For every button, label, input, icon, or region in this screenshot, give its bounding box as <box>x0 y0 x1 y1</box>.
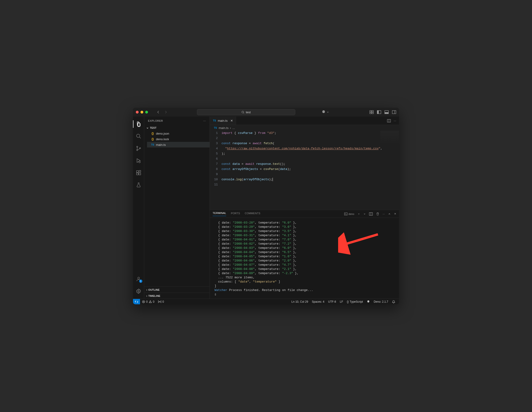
activity-explorer[interactable] <box>133 118 144 130</box>
code-line <box>221 156 399 161</box>
svg-rect-19 <box>139 170 141 172</box>
ts-icon: TS <box>214 126 217 130</box>
search-text: test <box>246 111 251 114</box>
close-tab-icon[interactable]: ✕ <box>230 119 233 122</box>
code-area[interactable]: import { csvParse } from "d3"; const res… <box>221 131 399 210</box>
panel-tab-terminal[interactable]: TERMINAL <box>213 212 226 216</box>
status-problems[interactable]: 0 0 <box>140 299 156 304</box>
code-line: const response = await fetch( <box>221 141 399 146</box>
nav-back-icon[interactable] <box>156 110 160 114</box>
layout-customize-icon[interactable] <box>370 110 374 114</box>
new-terminal-icon[interactable]: ＋ <box>358 212 360 215</box>
command-center-search[interactable]: test <box>197 109 295 115</box>
terminal-text: { date: "2000-03-28", temperature: "6.0"… <box>215 221 394 297</box>
panel-tab-ports[interactable]: PORTS <box>231 212 240 216</box>
folder-header[interactable]: TEST <box>144 125 209 131</box>
copilot-button[interactable] <box>322 110 329 114</box>
close-window-button[interactable] <box>136 111 139 113</box>
editor-content[interactable]: 1234567891011 import { csvParse } from "… <box>210 131 399 210</box>
sidebar-more-icon[interactable]: ··· <box>203 119 206 122</box>
warning-count: 0 <box>153 300 154 303</box>
status-language[interactable]: {} TypeScript <box>345 299 365 304</box>
activity-source-control[interactable] <box>133 143 144 154</box>
editor-tab-main-ts[interactable]: TS main.ts ✕ <box>210 117 236 125</box>
chevron-down-icon <box>146 126 149 130</box>
minimap[interactable] <box>380 131 399 145</box>
line-number: 2 <box>210 136 218 141</box>
svg-rect-4 <box>372 112 373 114</box>
status-encoding[interactable]: UTF-8 <box>326 299 338 304</box>
tab-bar: TS main.ts ✕ ··· <box>210 117 399 125</box>
activity-search[interactable] <box>133 131 144 142</box>
remote-button[interactable] <box>133 299 140 304</box>
svg-rect-1 <box>370 111 371 112</box>
split-editor-icon[interactable] <box>387 119 391 123</box>
toggle-sidebar-icon[interactable] <box>377 110 381 114</box>
status-cursor-position[interactable]: Ln 10, Col 29 <box>289 299 310 304</box>
terminal-output[interactable]: { date: "2000-03-28", temperature: "6.0"… <box>210 218 399 299</box>
chevron-right-icon <box>146 294 147 298</box>
run-debug-icon <box>136 158 142 163</box>
remote-icon <box>135 300 138 303</box>
code-line <box>221 182 399 187</box>
status-copilot[interactable] <box>365 299 372 304</box>
activity-accounts[interactable]: 1 <box>133 273 144 285</box>
ports-count: 0 <box>162 300 164 303</box>
file-item-main-ts[interactable]: TSmain.ts <box>147 142 209 148</box>
chevron-down-icon[interactable] <box>363 213 366 215</box>
file-item-deno-json[interactable]: {}deno.json <box>147 131 209 136</box>
svg-rect-18 <box>139 173 141 175</box>
svg-rect-8 <box>385 112 389 114</box>
source-control-icon <box>136 146 142 151</box>
split-terminal-icon[interactable] <box>369 212 373 216</box>
outline-section[interactable]: OUTLINE <box>144 287 209 293</box>
error-count: 0 <box>146 300 148 303</box>
chevron-right-icon <box>146 288 147 292</box>
svg-rect-3 <box>370 112 371 114</box>
code-line: "https://raw.githubusercontent.com/nshia… <box>221 146 399 151</box>
status-indentation[interactable]: Spaces: 4 <box>310 299 326 304</box>
terminal-shell-selector[interactable]: deno <box>344 212 354 215</box>
toggle-secondary-sidebar-icon[interactable] <box>392 110 396 114</box>
svg-point-12 <box>136 146 138 148</box>
panel-tab-comments[interactable]: COMMENTS <box>245 212 260 216</box>
more-actions-icon[interactable]: ··· <box>394 119 396 122</box>
tab-actions: ··· <box>384 117 399 125</box>
toggle-panel-icon[interactable] <box>384 110 389 114</box>
nav-forward-icon[interactable] <box>164 110 168 114</box>
svg-point-15 <box>139 161 140 163</box>
panel-more-icon[interactable]: ··· <box>383 213 385 215</box>
file-item-deno-lock[interactable]: {}deno.lock <box>147 136 209 142</box>
status-ports[interactable]: 0 <box>156 299 166 304</box>
code-line: ); <box>221 151 399 156</box>
editor-area: TS main.ts ✕ ··· TS main.ts › ... 123456… <box>210 117 399 299</box>
activity-extensions[interactable] <box>133 167 144 178</box>
code-line: const data = await response.text(); <box>221 161 399 167</box>
status-runtime[interactable]: Deno: 2.1.7 <box>372 299 390 304</box>
status-notifications[interactable] <box>390 299 397 304</box>
activity-bar: 1 <box>133 117 144 299</box>
json-icon: {} <box>151 137 154 141</box>
activity-run-debug[interactable] <box>133 155 144 166</box>
minimize-window-button[interactable] <box>141 111 143 113</box>
panel-tabs: TERMINAL PORTS COMMENTS deno ＋ ··· <box>210 210 399 218</box>
status-bar: 0 0 0 Ln 10, Col 29 Spaces: 4 UTF-8 LF {… <box>133 299 399 304</box>
shell-name: deno <box>348 213 354 215</box>
line-number: 11 <box>210 182 218 187</box>
svg-point-21 <box>138 290 139 292</box>
close-panel-icon[interactable]: ✕ <box>394 212 396 215</box>
trash-icon[interactable] <box>376 212 379 215</box>
chevron-up-icon[interactable] <box>388 213 391 215</box>
outline-label: OUTLINE <box>148 288 160 291</box>
breadcrumb[interactable]: TS main.ts › ... <box>210 125 399 131</box>
timeline-section[interactable]: TIMELINE <box>144 293 209 299</box>
titlebar-actions <box>370 110 396 114</box>
chevron-down-icon <box>327 111 329 113</box>
maximize-window-button[interactable] <box>145 111 148 113</box>
terminal-panel: TERMINAL PORTS COMMENTS deno ＋ ··· <box>210 210 399 299</box>
status-eol[interactable]: LF <box>338 299 345 304</box>
activity-settings[interactable] <box>133 286 144 297</box>
activity-testing[interactable] <box>133 179 144 191</box>
sidebar-title: EXPLORER <box>148 119 163 122</box>
code-line <box>221 136 399 141</box>
